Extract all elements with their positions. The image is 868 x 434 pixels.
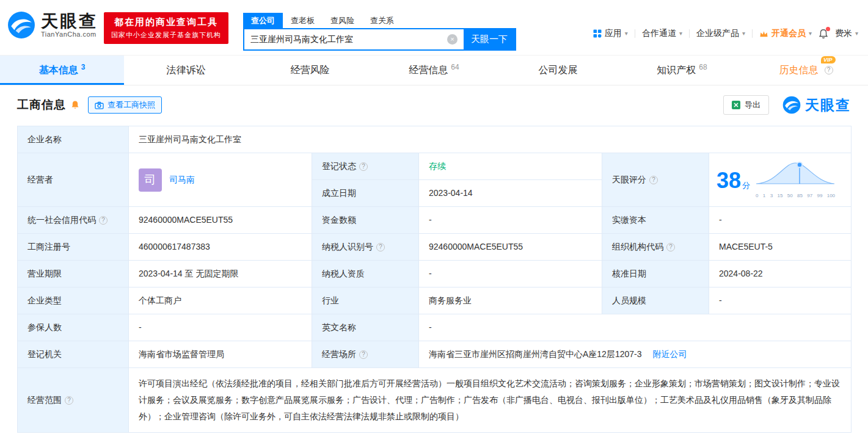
brand-logo[interactable]: 天眼查 TianYanCha.com	[7, 11, 98, 39]
tab-count: 68	[699, 63, 707, 71]
industry-label: 行业	[312, 288, 419, 314]
tab-legal-litigation[interactable]: 法律诉讼	[124, 56, 248, 85]
brand-text: 天眼查 TianYanCha.com	[41, 12, 98, 38]
tab-operation-risk[interactable]: 经营风险	[248, 56, 372, 85]
search-area: 查公司 查老板 查风险 查关系 × 天眼一下	[243, 13, 516, 51]
score-unit: 分	[742, 181, 750, 190]
clear-icon[interactable]: ×	[447, 34, 458, 45]
business-scope-label: 经营范围	[18, 368, 129, 433]
help-icon[interactable]	[65, 396, 73, 405]
axis-tick: 99	[817, 189, 822, 202]
excel-icon	[732, 101, 740, 109]
divider	[689, 29, 690, 38]
nav-enterprise-products[interactable]: 企业级产品 ▾	[696, 28, 745, 39]
chevron-down-icon: ▾	[809, 31, 812, 37]
tab-history-info[interactable]: 历史信息 VIP	[744, 56, 868, 85]
divider	[752, 29, 753, 38]
score-cell: 38分 0 1 3 15 50	[709, 153, 852, 207]
help-icon[interactable]	[649, 176, 658, 184]
nav-cooperation[interactable]: 合作通道 ▾	[642, 28, 682, 39]
snapshot-button[interactable]: 查看工商快照	[88, 96, 162, 114]
tab-basic-info[interactable]: 基本信息 3	[0, 56, 124, 85]
brand-domain: TianYanCha.com	[41, 31, 98, 38]
nav-vip-upgrade[interactable]: 开通会员 ▾	[759, 28, 812, 39]
table-row: 营业期限 2023-04-14 至 无固定期限 纳税人资质 - 核准日期 202…	[18, 261, 852, 288]
nav-user-label: 费米	[835, 28, 852, 39]
tab-count: 64	[451, 63, 459, 71]
camera-icon	[95, 101, 104, 109]
detail-tabbar: 基本信息 3 法律诉讼 经营风险 经营信息 64 公司发展 知识产权 68 历史…	[0, 55, 868, 85]
capital-label: 资金数额	[312, 207, 419, 234]
industry-value: 商务服务业	[419, 288, 602, 314]
monitor-bell-icon[interactable]	[71, 100, 79, 110]
company-type-label: 企业类型	[18, 288, 129, 314]
table-row: 企业类型 个体工商户 行业 商务服务业 人员规模 -	[18, 288, 852, 314]
nav-apps[interactable]: 应用 ▾	[593, 28, 628, 39]
taxpayer-id-label: 纳税人识别号	[312, 234, 419, 261]
operator-avatar[interactable]: 司	[139, 168, 162, 192]
notifications-bell[interactable]	[819, 29, 828, 39]
nav-cooperation-label: 合作通道	[642, 28, 676, 39]
tab-company-development[interactable]: 公司发展	[496, 56, 620, 85]
watermark-brand-text: 天眼查	[805, 96, 851, 115]
axis-tick: 15	[777, 189, 782, 202]
watermark-logo: 天眼查	[782, 96, 851, 115]
tab-label: 公司发展	[539, 64, 578, 77]
company-name-value: 三亚崖州司马南文化工作室	[129, 126, 852, 153]
axis-tick: 85	[797, 189, 803, 202]
business-site-value: 海南省三亚市崖州区招商崖州湾自贸中心A座12层1207-3 附近公司	[419, 341, 852, 368]
help-icon[interactable]	[359, 350, 368, 359]
staff-size-label: 人员规模	[602, 288, 709, 314]
business-info-table: 企业名称 三亚崖州司马南文化工作室 经营者 司 司马南 登记状态 存续 天眼评分…	[17, 126, 852, 433]
export-button-label: 导出	[745, 99, 760, 110]
table-row: 登记机关 海南省市场监督管理局 经营场所 海南省三亚市崖州区招商崖州湾自贸中心A…	[18, 341, 852, 368]
tab-intellectual-property[interactable]: 知识产权 68	[620, 56, 744, 85]
axis-tick: 97	[807, 189, 812, 202]
help-icon[interactable]	[99, 216, 108, 225]
help-icon[interactable]	[666, 243, 675, 251]
business-scope-value: 许可项目演出经纪（依法须经批准的项目，经相关部门批准后方可开展经营活动）一般项目…	[129, 368, 852, 433]
reg-number-label: 工商注册号	[18, 234, 129, 261]
help-icon[interactable]	[825, 66, 833, 74]
tab-business-info[interactable]: 经营信息 64	[372, 56, 496, 85]
taxpayer-id-value: 92460000MACE5EUT55	[419, 234, 602, 261]
reg-status-value: 存续	[419, 153, 602, 180]
chevron-down-icon: ▾	[742, 31, 745, 37]
org-code-value: MACE5EUT-5	[709, 234, 852, 261]
nearby-companies-link[interactable]: 附近公司	[652, 349, 687, 359]
axis-tick: 50	[787, 189, 793, 202]
help-icon[interactable]	[359, 162, 368, 171]
search-tab-relation[interactable]: 查关系	[362, 13, 402, 28]
nav-user[interactable]: 费米 ▾	[835, 28, 858, 39]
help-icon[interactable]	[376, 243, 385, 251]
reg-number-value: 460000617487383	[129, 234, 312, 261]
business-site-label: 经营场所	[312, 341, 419, 368]
table-row: 工商注册号 460000617487383 纳税人识别号 92460000MAC…	[18, 234, 852, 261]
score-text: 38分	[717, 170, 750, 192]
score-value: 38	[717, 168, 741, 193]
search-button[interactable]: 天眼一下	[464, 29, 515, 49]
tianyancha-logo-icon	[7, 11, 35, 39]
table-row: 企业名称 三亚崖州司马南文化工作室	[18, 126, 852, 153]
search-tab-risk[interactable]: 查风险	[323, 13, 362, 28]
divider	[635, 29, 635, 38]
notification-dot	[826, 27, 830, 31]
insured-value: -	[129, 314, 312, 341]
search-input[interactable]	[244, 29, 464, 49]
capital-value: -	[419, 207, 602, 234]
search-tabs: 查公司 查老板 查风险 查关系	[243, 13, 516, 28]
company-type-value: 个体工商户	[129, 288, 312, 314]
operator-link[interactable]: 司马南	[169, 173, 195, 186]
approval-date-label: 核准日期	[602, 261, 709, 288]
paid-capital-label: 实缴资本	[602, 207, 709, 234]
search-box: × 天眼一下	[243, 28, 516, 51]
search-tab-company[interactable]: 查公司	[243, 13, 283, 28]
export-button[interactable]: 导出	[723, 95, 769, 115]
table-row: 经营者 司 司马南 登记状态 存续 天眼评分 38分	[18, 153, 852, 180]
reg-authority-label: 登记机关	[18, 341, 129, 368]
section-header: 工商信息 查看工商快照 导出 天眼查	[0, 85, 868, 125]
search-tab-boss[interactable]: 查老板	[283, 13, 323, 28]
nav-vip-label: 开通会员	[771, 28, 806, 39]
chevron-down-icon: ▾	[855, 31, 858, 37]
axis-tick: 3	[770, 189, 773, 202]
